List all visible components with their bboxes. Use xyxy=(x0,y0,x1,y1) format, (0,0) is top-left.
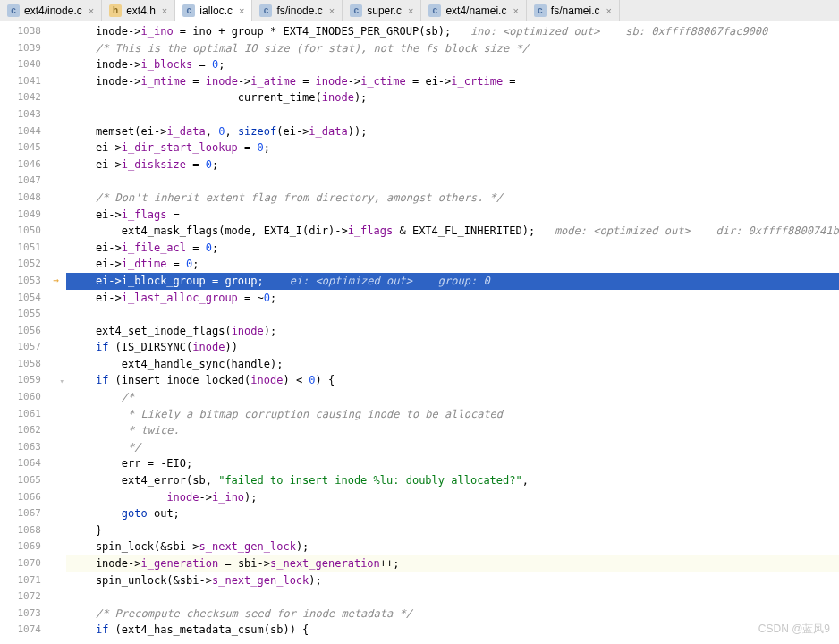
tab-super-c[interactable]: csuper.c× xyxy=(343,0,421,21)
c-file-icon: c xyxy=(534,4,547,17)
code-line[interactable]: ext4_error(sb, "failed to insert inode %… xyxy=(66,472,839,489)
code-line[interactable]: /* This is the optimal IO size (for stat… xyxy=(66,40,839,57)
tab-ext4-namei-c[interactable]: cext4/namei.c× xyxy=(421,0,526,21)
code-line[interactable]: if (ext4_has_metadata_csum(sb)) { xyxy=(66,622,839,639)
line-number: 1039 xyxy=(0,40,66,57)
fold-chevron-icon[interactable]: ▾ xyxy=(60,372,64,389)
code-line[interactable]: ext4_mask_flags(mode, EXT4_I(dir)->i_fla… xyxy=(66,223,839,240)
tab-label: fs/inode.c xyxy=(276,4,322,17)
close-icon[interactable]: × xyxy=(513,5,518,16)
code-line[interactable]: ei->i_block_group = group; ei: <optimize… xyxy=(66,273,839,290)
code-line[interactable]: err = -EIO; xyxy=(66,455,839,472)
gutter: 1038103910401041104210431044104510461047… xyxy=(0,21,66,644)
code-line[interactable]: * twice. xyxy=(66,422,839,439)
code-line[interactable]: inode->i_generation = sbi->s_next_genera… xyxy=(66,555,839,572)
tab-label: fs/namei.c xyxy=(551,4,600,17)
close-icon[interactable]: × xyxy=(329,5,335,16)
code-line[interactable]: ext4_set_inode_flags(inode); xyxy=(66,323,839,340)
code-line[interactable]: ei->i_file_acl = 0; xyxy=(66,240,839,257)
tab-label: ialloc.c xyxy=(199,4,233,17)
line-number: 1064 xyxy=(0,455,66,472)
tab-ext4-inode-c[interactable]: cext4/inode.c× xyxy=(0,0,102,21)
line-number: 1050 xyxy=(0,223,66,240)
code-line[interactable]: inode->i_mtime = inode->i_atime = inode-… xyxy=(66,73,839,90)
line-number: 1068 xyxy=(0,522,66,539)
tab-fs-namei-c[interactable]: cfs/namei.c× xyxy=(527,0,620,21)
line-number: 1051 xyxy=(0,240,66,257)
tab-fs-inode-c[interactable]: cfs/inode.c× xyxy=(252,0,343,21)
c-file-icon: c xyxy=(182,4,195,17)
c-file-icon: c xyxy=(259,4,272,17)
line-number: 1040 xyxy=(0,56,66,73)
code-line[interactable]: */ xyxy=(66,439,839,456)
code-area[interactable]: inode->i_ino = ino + group * EXT4_INODES… xyxy=(66,21,839,644)
code-line[interactable]: ei->i_flags = xyxy=(66,207,839,224)
tab-label: super.c xyxy=(367,4,402,17)
line-number: 1052 xyxy=(0,256,66,273)
code-line[interactable] xyxy=(66,306,839,323)
close-icon[interactable]: × xyxy=(408,5,413,16)
c-file-icon: c xyxy=(428,4,441,17)
code-line[interactable] xyxy=(66,589,839,606)
line-number: 1060 xyxy=(0,389,66,406)
line-number: 1043 xyxy=(0,106,66,123)
close-icon[interactable]: × xyxy=(606,5,612,16)
line-number: 1071 xyxy=(0,572,66,589)
tab-label: ext4/inode.c xyxy=(24,4,82,17)
line-number: 1062 xyxy=(0,422,66,439)
code-line[interactable] xyxy=(66,173,839,190)
tab-ialloc-c[interactable]: cialloc.c× xyxy=(175,0,252,21)
tab-ext4-h[interactable]: hext4.h× xyxy=(102,0,175,21)
code-line[interactable]: ei->i_dir_start_lookup = 0; xyxy=(66,140,839,157)
c-file-icon: c xyxy=(7,4,20,17)
tab-bar: cext4/inode.c×hext4.h×cialloc.c×cfs/inod… xyxy=(0,0,839,21)
line-number: 1044 xyxy=(0,123,66,140)
watermark: CSDN @蓝风9 xyxy=(758,622,830,637)
line-number: 1045 xyxy=(0,140,66,157)
line-number: 1061 xyxy=(0,406,66,423)
code-line[interactable]: ei->i_dtime = 0; xyxy=(66,256,839,273)
code-line[interactable]: /* xyxy=(66,389,839,406)
code-line[interactable]: ei->i_last_alloc_group = ~0; xyxy=(66,290,839,307)
code-line[interactable]: /* Don't inherit extent flag from direct… xyxy=(66,190,839,207)
line-number: 1070 xyxy=(0,555,66,572)
code-line[interactable]: } xyxy=(66,522,839,539)
h-file-icon: h xyxy=(109,4,122,17)
code-line[interactable]: ei->i_disksize = 0; xyxy=(66,157,839,174)
code-line[interactable]: spin_unlock(&sbi->s_next_gen_lock); xyxy=(66,572,839,589)
close-icon[interactable]: × xyxy=(239,5,244,16)
line-number: 1041 xyxy=(0,73,66,90)
close-icon[interactable]: × xyxy=(89,5,94,16)
line-number: 1054 xyxy=(0,290,66,307)
code-line[interactable]: spin_lock(&sbi->s_next_gen_lock); xyxy=(66,538,839,555)
code-line[interactable]: memset(ei->i_data, 0, sizeof(ei->i_data)… xyxy=(66,123,839,140)
code-line[interactable]: inode->i_blocks = 0; xyxy=(66,56,839,73)
code-line[interactable]: current_time(inode); xyxy=(66,89,839,106)
close-icon[interactable]: × xyxy=(162,5,167,16)
line-number: 1072 xyxy=(0,589,66,606)
code-line[interactable]: * Likely a bitmap corruption causing ino… xyxy=(66,406,839,423)
code-line[interactable]: if (IS_DIRSYNC(inode)) xyxy=(66,339,839,356)
code-line[interactable]: /* Precompute checksum seed for inode me… xyxy=(66,606,839,623)
line-number: 1038 xyxy=(0,23,66,40)
code-line[interactable]: goto out; xyxy=(66,505,839,522)
tab-label: ext4.h xyxy=(126,4,156,17)
line-number: 1067 xyxy=(0,505,66,522)
code-line[interactable]: inode->i_ino); xyxy=(66,489,839,506)
line-number: 1042 xyxy=(0,89,66,106)
code-line[interactable]: inode->i_ino = ino + group * EXT4_INODES… xyxy=(66,23,839,40)
line-number: 1063 xyxy=(0,439,66,456)
line-number: 1058 xyxy=(0,356,66,373)
line-number: 1074 xyxy=(0,622,66,639)
line-number: 1046 xyxy=(0,157,66,174)
tab-label: ext4/namei.c xyxy=(445,4,506,17)
line-number: 1049 xyxy=(0,207,66,224)
line-number: 1056 xyxy=(0,323,66,340)
line-number: 1048 xyxy=(0,190,66,207)
line-number: 1047 xyxy=(0,173,66,190)
code-line[interactable]: if (insert_inode_locked(inode) < 0) { xyxy=(66,372,839,389)
code-line[interactable]: ext4_handle_sync(handle); xyxy=(66,356,839,373)
execution-pointer-icon: → xyxy=(53,273,59,290)
code-line[interactable] xyxy=(66,106,839,123)
line-number: 1073 xyxy=(0,606,66,623)
